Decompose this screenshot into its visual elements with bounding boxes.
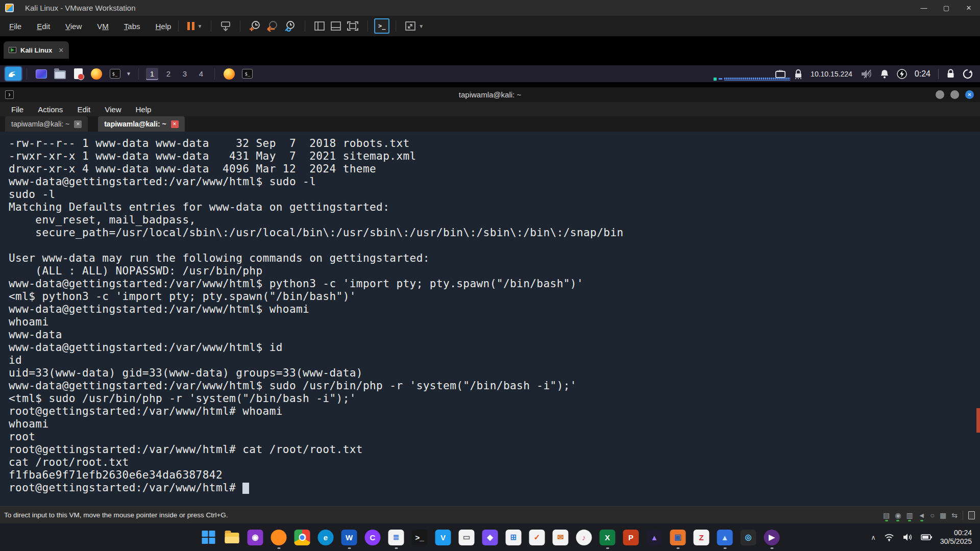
firefox-launcher[interactable] [90, 68, 103, 80]
device-status-icon-2[interactable]: ▥ [906, 511, 913, 519]
chevron-down-icon[interactable]: ▼ [126, 71, 131, 77]
lock-screen-icon[interactable] [946, 69, 955, 79]
kali-menu-button[interactable] [5, 67, 21, 81]
taskbar-app-settings-app[interactable]: ◎ [741, 530, 756, 545]
text-editor-launcher[interactable] [72, 68, 84, 80]
taskbar-app-powerpoint[interactable]: P [623, 530, 639, 545]
panel-clock[interactable]: 0:24 [915, 69, 930, 79]
taskbar-app-ms-store[interactable]: ⊞ [506, 530, 522, 545]
workspace-2[interactable]: 2 [162, 68, 175, 80]
terminal-line: drwxr-xr-x 4 www-data www-data 4096 Mar … [9, 163, 980, 176]
pause-vm-button[interactable]: ▼ [185, 19, 205, 33]
vm-tab-close-icon[interactable]: ✕ [58, 46, 64, 54]
taskbar-app-orange-check-app[interactable]: ✓ [529, 530, 545, 545]
vmware-menu-edit[interactable]: Edit [36, 20, 51, 33]
workspace-1[interactable]: 1 [146, 68, 158, 80]
taskbar-app-start[interactable] [201, 530, 216, 545]
taskbar-app-file-explorer[interactable] [224, 530, 240, 545]
terminal-tab-0[interactable]: tapiwamla@kali: ~✕ [5, 116, 88, 132]
terminal-maximize-button[interactable] [950, 90, 959, 99]
chevron-down-icon[interactable]: ▼ [419, 23, 424, 29]
audio-muted-icon[interactable] [860, 69, 872, 79]
stretch-guest-button[interactable]: ▼ [402, 19, 426, 33]
terminal-tab-1[interactable]: tapiwamla@kali: ~✕ [98, 116, 184, 132]
vmware-menu-vm[interactable]: VM [96, 20, 110, 33]
message-log-icon[interactable] [968, 511, 975, 519]
terminal-scrollbar-thumb[interactable] [976, 408, 980, 433]
terminal-menu-view[interactable]: View [104, 103, 122, 116]
device-status-icon-0[interactable]: ▤ [883, 511, 890, 519]
taskbar-app-music-app[interactable]: ♪ [576, 530, 592, 545]
console-view-toggle[interactable]: >_ [374, 18, 389, 34]
chrome-icon [299, 534, 306, 541]
vpn-ip-address[interactable]: 10.10.15.224 [811, 70, 852, 78]
terminal-output[interactable]: -rw-r--r-- 1 www-data www-data 32 Sep 7 … [0, 132, 980, 506]
device-status-icon-3[interactable]: ◄ [918, 511, 925, 519]
show-thumbnail-bar-button[interactable] [328, 19, 344, 33]
terminal-menu-help[interactable]: Help [134, 103, 152, 116]
revert-snapshot-button[interactable] [264, 19, 281, 33]
taskbar-app-vscode[interactable]: V [435, 530, 451, 545]
terminal-titlebar[interactable]: ❯ tapiwamla@kali: ~ ✕ [0, 87, 980, 102]
device-status-icon-4[interactable]: ○ [930, 511, 935, 519]
taskbar-app-orange-cube-app[interactable]: ▣ [670, 530, 686, 545]
taskbar-app-media-player[interactable]: ▶ [764, 530, 780, 545]
battery-icon[interactable] [921, 534, 932, 541]
notification-bell-icon[interactable] [880, 69, 889, 79]
terminal-tab-close-icon[interactable]: ✕ [74, 120, 82, 128]
terminal-menu-edit[interactable]: Edit [76, 103, 91, 116]
vmware-menu-file[interactable]: File [8, 20, 22, 33]
taskbar-app-purple-flame-app[interactable]: ◆ [482, 530, 498, 545]
device-status-icon-5[interactable]: ▦ [940, 511, 946, 519]
device-status-icon-6[interactable]: ⇆ [951, 511, 958, 519]
vm-tab-kali-linux[interactable]: Kali Linux ✕ [4, 41, 69, 59]
minimize-button[interactable]: — [913, 0, 935, 16]
taskbar-app-mail[interactable]: ✉ [553, 530, 569, 545]
taskbar-app-phone-link[interactable]: ▭ [459, 530, 475, 545]
taskbar-app-purple-triangle-app[interactable]: ▲ [647, 530, 663, 545]
terminal-menu-file[interactable]: File [10, 103, 24, 116]
chevron-down-icon[interactable]: ▼ [197, 23, 202, 29]
taskbar-app-purple-mask-app[interactable]: ◉ [248, 530, 263, 545]
close-button[interactable]: ✕ [958, 0, 980, 16]
vmware-menu-help[interactable]: Help [155, 20, 173, 33]
taskbar-window-firefox[interactable] [223, 68, 235, 80]
taskbar-app-zotero[interactable]: Z [694, 530, 709, 545]
fullscreen-button[interactable] [344, 19, 361, 33]
workspace-3[interactable]: 3 [179, 68, 191, 80]
show-desktop-button[interactable] [35, 68, 47, 80]
terminal-launcher[interactable]: $_ [109, 68, 121, 80]
terminal-tab-close-icon[interactable]: ✕ [171, 120, 179, 128]
take-snapshot-button[interactable] [247, 19, 264, 33]
volume-icon[interactable] [902, 533, 913, 541]
taskbar-app-word[interactable]: W [341, 530, 357, 545]
manage-snapshots-button[interactable] [281, 19, 299, 33]
taskbar-app-photos[interactable]: ▲ [717, 530, 733, 545]
taskbar-window-terminal[interactable]: $_ [241, 68, 254, 80]
vmware-menu-tabs[interactable]: Tabs [123, 20, 141, 33]
taskbar-app-terminal-app[interactable]: >_ [412, 530, 428, 545]
vpn-lock-icon[interactable] [794, 69, 803, 79]
taskbar-app-chrome[interactable] [295, 530, 310, 545]
wifi-icon[interactable] [884, 533, 894, 541]
taskbar-app-canva[interactable]: C [365, 530, 381, 545]
taskbar-app-edge[interactable]: e [318, 530, 334, 545]
workspace-4[interactable]: 4 [195, 68, 207, 80]
maximize-button[interactable]: ▢ [935, 0, 958, 16]
taskbar-app-excel[interactable]: X [600, 530, 616, 545]
terminal-menu-actions[interactable]: Actions [37, 103, 64, 116]
terminal-minimize-button[interactable] [936, 90, 944, 99]
tray-link-fragment [714, 77, 790, 81]
send-ctrl-alt-del-button[interactable] [217, 19, 234, 33]
power-manager-icon[interactable] [897, 69, 907, 79]
vmware-menu-view[interactable]: View [64, 20, 83, 33]
terminal-close-button[interactable]: ✕ [965, 90, 974, 99]
show-library-button[interactable] [311, 19, 328, 33]
logout-icon[interactable] [963, 69, 973, 79]
hidden-icons-chevron[interactable]: ∧ [871, 534, 876, 541]
taskbar-clock[interactable]: 00:24 30/5/2025 [940, 529, 972, 546]
file-manager-launcher[interactable] [54, 68, 66, 80]
device-status-icon-1[interactable]: ◉ [895, 511, 901, 519]
taskbar-app-notepad[interactable]: ≣ [388, 530, 404, 545]
taskbar-app-firefox[interactable] [271, 530, 287, 545]
